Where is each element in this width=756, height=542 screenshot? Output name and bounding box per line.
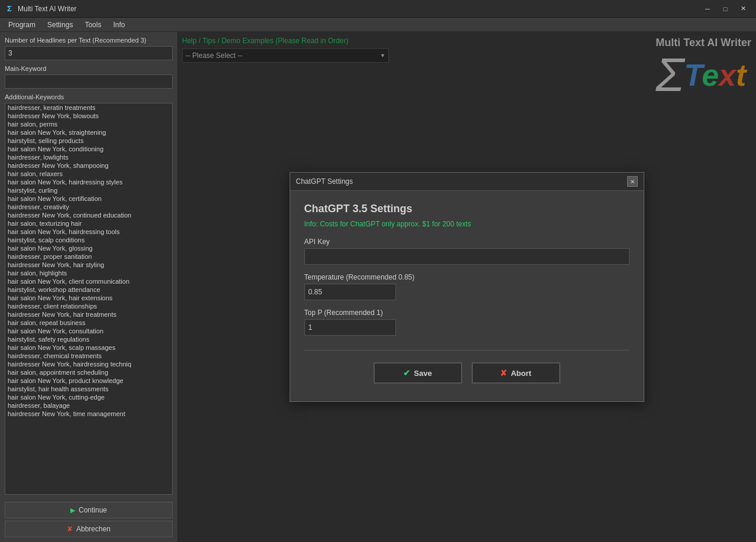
keyword-item[interactable]: hair salon New York, hair extensions [5, 294, 172, 302]
x-icon-abbrechen: ✘ [67, 525, 73, 533]
keyword-item[interactable]: hairdresser New York, continued educatio… [5, 211, 172, 219]
keyword-item[interactable]: hairstylist, selling products [5, 137, 172, 145]
play-icon: ▶ [70, 507, 75, 514]
save-label: Save [414, 369, 431, 378]
keyword-item[interactable]: hair salon New York, client communicatio… [5, 277, 172, 285]
menu-tools[interactable]: Tools [79, 20, 107, 30]
keyword-item[interactable]: hairdresser, proper sanitation [5, 252, 172, 261]
keyword-item[interactable]: hairstylist, safety regulations [5, 335, 172, 343]
minimize-button[interactable]: ─ [699, 3, 716, 15]
keyword-item[interactable]: hairstylist, scalp conditions [5, 236, 172, 244]
keyword-item[interactable]: hair salon New York, glossing [5, 244, 172, 252]
keyword-item[interactable]: hair salon New York, cutting-edge [5, 393, 172, 401]
chatgpt-settings-dialog: ChatGPT Settings ✕ ChatGPT 3.5 Settings … [290, 172, 644, 402]
abort-label: Abort [511, 369, 531, 378]
dialog-footer: ✔ Save ✘ Abort [304, 362, 630, 390]
keyword-item[interactable]: hairdresser, lowlights [5, 153, 172, 161]
top-p-label: Top P (Recommended 1) [304, 309, 630, 317]
app-icon: Σ [5, 4, 14, 14]
keyword-item[interactable]: hairdresser New York, time management [5, 410, 172, 418]
dialog-divider [304, 350, 630, 350]
keyword-item[interactable]: hair salon New York, straightening [5, 128, 172, 137]
abbrechen-button[interactable]: ✘ Abbrechen [5, 521, 173, 537]
keywords-list[interactable]: hairdresser, keratin treatmentshairdress… [5, 103, 173, 495]
keyword-item[interactable]: hairdresser New York, hairdressing techn… [5, 360, 172, 368]
keyword-item[interactable]: hairdresser New York, hair styling [5, 261, 172, 269]
dialog-info: Info: Costs for ChatGPT only approx. $1 … [304, 220, 630, 228]
keyword-item[interactable]: hair salon, repeat business [5, 319, 172, 327]
dialog-heading: ChatGPT 3.5 Settings [304, 203, 630, 215]
keyword-item[interactable]: hair salon New York, scalp massages [5, 343, 172, 352]
temperature-input[interactable] [304, 284, 396, 300]
api-key-label: API Key [304, 238, 630, 246]
keyword-item[interactable]: hair salon New York, product knowledge [5, 377, 172, 385]
keyword-item[interactable]: hair salon, perms [5, 120, 172, 128]
keyword-item[interactable]: hair salon New York, consultation [5, 327, 172, 335]
keyword-item[interactable]: hair salon, highlights [5, 269, 172, 277]
keyword-item[interactable]: hairstylist, hair health assessments [5, 385, 172, 393]
top-p-input[interactable] [304, 319, 396, 336]
keyword-item[interactable]: hairdresser, creativity [5, 203, 172, 211]
abort-button[interactable]: ✘ Abort [472, 362, 560, 384]
continue-button[interactable]: ▶ Continue [5, 502, 173, 518]
api-key-input[interactable] [304, 248, 630, 265]
dialog-close-button[interactable]: ✕ [627, 176, 638, 187]
left-bottom-buttons: ▶ Continue ✘ Abbrechen [5, 499, 173, 537]
right-panel: Help / Tips / Demo Examples (Please Read… [177, 32, 756, 542]
keyword-item[interactable]: hairdresser New York, shampooing [5, 161, 172, 170]
keyword-item[interactable]: hairstylist, workshop attendance [5, 285, 172, 294]
x-icon: ✘ [500, 368, 507, 378]
window-controls: ─ □ ✕ [699, 3, 751, 15]
title-bar: Σ Multi Text AI Writer ─ □ ✕ [0, 0, 756, 18]
keyword-item[interactable]: hairdresser, chemical treatments [5, 352, 172, 360]
menu-settings[interactable]: Settings [41, 20, 79, 30]
temperature-label: Temperature (Recommended 0.85) [304, 273, 630, 281]
keyword-item[interactable]: hair salon, texturizing hair [5, 219, 172, 228]
keyword-item[interactable]: hairdresser New York, hair treatments [5, 310, 172, 319]
app-title: Multi Text AI Writer [18, 5, 699, 13]
menu-program[interactable]: Program [2, 20, 41, 30]
menu-info[interactable]: Info [107, 20, 131, 30]
keyword-item[interactable]: hairstylist, curling [5, 186, 172, 194]
keyword-item[interactable]: hair salon New York, conditioning [5, 145, 172, 153]
left-panel: Number of Headlines per Text (Recommende… [0, 32, 177, 542]
keyword-item[interactable]: hair salon New York, certification [5, 194, 172, 203]
keyword-item[interactable]: hairdresser, client relationships [5, 302, 172, 310]
keyword-item[interactable]: hairdresser, keratin treatments [5, 103, 172, 112]
close-button[interactable]: ✕ [735, 3, 751, 15]
keyword-item[interactable]: hairdresser, balayage [5, 401, 172, 410]
keyword-item[interactable]: hairdresser New York, blowouts [5, 112, 172, 120]
headlines-label: Number of Headlines per Text (Recommende… [5, 37, 173, 44]
headlines-input[interactable] [5, 46, 173, 60]
maximize-button[interactable]: □ [717, 3, 734, 15]
dialog-title-text: ChatGPT Settings [296, 177, 353, 186]
keyword-item[interactable]: hair salon New York, hairdressing styles [5, 178, 172, 186]
menu-bar: Program Settings Tools Info [0, 18, 756, 32]
keyword-item[interactable]: hair salon, appointment scheduling [5, 368, 172, 377]
keyword-item[interactable]: hair salon, relaxers [5, 170, 172, 178]
dialog-overlay: ChatGPT Settings ✕ ChatGPT 3.5 Settings … [177, 32, 756, 542]
main-keyword-input[interactable] [5, 74, 173, 89]
main-keyword-label: Main-Keyword [5, 65, 173, 72]
keyword-item[interactable]: hair salon New York, hairdressing tools [5, 228, 172, 236]
dialog-title-bar: ChatGPT Settings ✕ [290, 173, 644, 191]
check-icon: ✔ [403, 368, 410, 378]
main-content: Number of Headlines per Text (Recommende… [0, 32, 756, 542]
additional-keywords-label: Additional-Keywords [5, 93, 173, 100]
dialog-body: ChatGPT 3.5 Settings Info: Costs for Cha… [290, 191, 644, 401]
save-button[interactable]: ✔ Save [374, 362, 462, 384]
